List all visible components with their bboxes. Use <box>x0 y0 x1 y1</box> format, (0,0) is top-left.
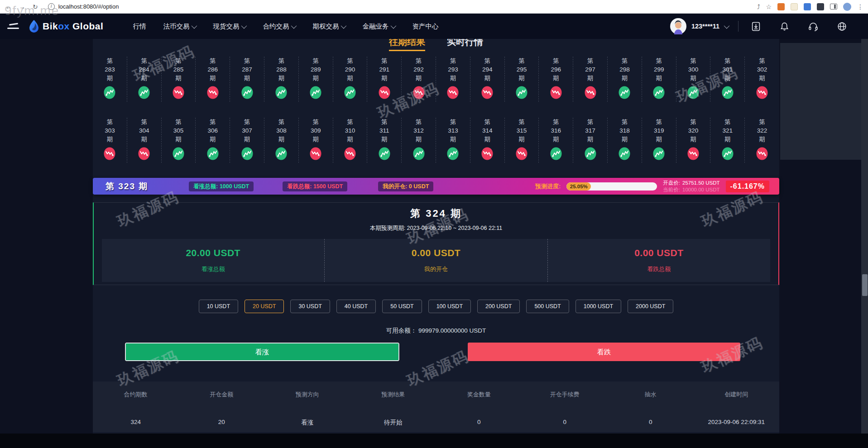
avatar[interactable] <box>670 18 687 35</box>
menu-item-2[interactable]: 法币交易 <box>154 22 204 31</box>
extension-light-icon[interactable] <box>791 3 798 10</box>
amount-chip-50[interactable]: 50 USDT <box>382 300 422 313</box>
brand-logo[interactable]: Bikox Global <box>28 19 103 33</box>
amount-chip-200[interactable]: 200 USDT <box>477 300 520 313</box>
history-period-cell[interactable]: 第298期 <box>608 57 642 102</box>
site-info-icon[interactable]: i <box>48 3 55 10</box>
tab-2[interactable]: 实时行情 <box>447 39 483 51</box>
history-period-cell[interactable]: 第297期 <box>573 57 608 102</box>
history-period-cell[interactable]: 第292期 <box>402 57 436 102</box>
period-text-line: 期 <box>230 135 264 143</box>
amount-chip-500[interactable]: 500 USDT <box>526 300 569 313</box>
menu-item-3[interactable]: 现货交易 <box>204 22 254 31</box>
amount-chip-1000[interactable]: 1000 USDT <box>575 300 621 313</box>
history-period-cell[interactable]: 第301期 <box>710 57 745 102</box>
history-period-cell[interactable]: 第291期 <box>367 57 402 102</box>
browser-profile-icon[interactable] <box>843 3 851 11</box>
history-period-cell[interactable]: 第299期 <box>642 57 676 102</box>
history-period-cell[interactable]: 第311期 <box>367 118 402 163</box>
amount-chip-100[interactable]: 100 USDT <box>428 300 471 313</box>
history-period-cell[interactable]: 第304期 <box>127 118 162 163</box>
history-period-cell[interactable]: 第315期 <box>505 118 539 163</box>
history-period-cell[interactable]: 第317期 <box>573 118 608 163</box>
refresh-icon[interactable]: ↻ <box>33 3 38 10</box>
amount-chip-40[interactable]: 40 USDT <box>336 300 376 313</box>
history-period-cell[interactable]: 第294期 <box>470 57 505 102</box>
history-period-cell[interactable]: 第289期 <box>299 57 333 102</box>
history-period-cell[interactable]: 第316期 <box>539 118 573 163</box>
orders-cell: 0 <box>436 419 522 427</box>
menu-item-5[interactable]: 期权交易 <box>304 22 354 31</box>
username[interactable]: 123****11 <box>691 23 719 30</box>
history-period-cell[interactable]: 第310期 <box>333 118 368 163</box>
period-text-line: 321 <box>710 126 744 135</box>
history-period-cell[interactable]: 第312期 <box>402 118 436 163</box>
chevron-down-icon[interactable] <box>724 23 730 29</box>
tab-1[interactable]: 往期结果 <box>389 39 425 51</box>
period-text-line: 318 <box>608 126 642 135</box>
star-icon[interactable]: ☆ <box>766 3 772 10</box>
history-period-cell[interactable]: 第308期 <box>264 118 299 163</box>
split-view-icon[interactable] <box>830 4 837 10</box>
history-period-cell[interactable]: 第300期 <box>676 57 711 102</box>
history-period-cell[interactable]: 第319期 <box>642 118 676 163</box>
history-period-cell[interactable]: 第285期 <box>162 57 196 102</box>
menu-dots-icon[interactable]: ⋮ <box>857 3 863 10</box>
menu-item-4[interactable]: 合约交易 <box>254 22 304 31</box>
scrollbar-thumb[interactable] <box>862 274 868 296</box>
history-period-cell[interactable]: 第318期 <box>608 118 642 163</box>
history-period-cell[interactable]: 第309期 <box>299 118 333 163</box>
history-period-cell[interactable]: 第295期 <box>505 57 539 102</box>
amount-chip-30[interactable]: 30 USDT <box>290 300 330 313</box>
history-period-cell[interactable]: 第290期 <box>333 57 368 102</box>
forward-icon[interactable]: → <box>19 3 25 10</box>
bell-icon[interactable] <box>780 22 789 31</box>
trend-down-icon <box>104 147 115 162</box>
menu-item-1[interactable]: 行情 <box>124 22 154 31</box>
amount-chip-2000[interactable]: 2000 USDT <box>628 300 673 313</box>
history-period-cell[interactable]: 第307期 <box>230 118 264 163</box>
history-period-cell[interactable]: 第288期 <box>264 57 299 102</box>
history-period-cell[interactable]: 第287期 <box>230 57 264 102</box>
history-period-cell[interactable]: 第306期 <box>196 118 230 163</box>
menu-item-7[interactable]: 资产中心 <box>403 22 447 31</box>
trend-up-icon <box>241 147 253 162</box>
scrollbar-track[interactable] <box>861 14 868 448</box>
share-icon[interactable]: ⤴ <box>757 3 760 10</box>
history-period-cell[interactable]: 第314期 <box>470 118 505 163</box>
bet-down-button[interactable]: 看跌 <box>468 343 740 361</box>
history-period-cell[interactable]: 第313期 <box>436 118 470 163</box>
bet-up-button[interactable]: 看涨 <box>125 343 399 361</box>
stat-label: 看涨总额 <box>201 265 225 273</box>
amount-chip-10[interactable]: 10 USDT <box>199 300 238 313</box>
extension-dark-icon[interactable] <box>817 3 824 10</box>
menu-item-6[interactable]: 金融业务 <box>354 22 403 31</box>
extension-blue-icon[interactable] <box>804 3 811 10</box>
period-text-line: 期 <box>230 74 264 82</box>
trend-down-icon <box>344 147 356 162</box>
history-period-cell[interactable]: 第303期 <box>93 118 127 163</box>
history-period-cell[interactable]: 第305期 <box>162 118 196 163</box>
download-icon[interactable] <box>751 22 761 31</box>
history-period-cell[interactable]: 第296期 <box>539 57 573 102</box>
back-icon[interactable]: ← <box>5 3 12 10</box>
history-period-cell[interactable]: 第322期 <box>745 118 779 163</box>
trend-up-icon <box>653 86 665 101</box>
extension-orange-icon[interactable] <box>777 3 785 10</box>
history-period-cell[interactable]: 第321期 <box>710 118 745 163</box>
headset-icon[interactable] <box>808 22 818 31</box>
history-period-cell[interactable]: 第286期 <box>196 57 230 102</box>
period-text-line: 322 <box>745 126 779 135</box>
hamburger-menu-icon[interactable] <box>7 22 19 30</box>
history-period-cell[interactable]: 第293期 <box>436 57 470 102</box>
history-period-cell[interactable]: 第302期 <box>745 57 779 102</box>
amount-chip-20[interactable]: 20 USDT <box>245 300 284 313</box>
globe-icon[interactable] <box>837 22 847 31</box>
history-period-cell[interactable]: 第283期 <box>93 57 127 102</box>
period-text-line: 第 <box>710 57 744 65</box>
url-text[interactable]: localhost:8080/#/option <box>58 3 119 10</box>
period-text-line: 期 <box>402 74 436 82</box>
history-period-cell[interactable]: 第320期 <box>676 118 711 163</box>
history-period-cell[interactable]: 第284期 <box>127 57 162 102</box>
flame-icon <box>28 19 40 33</box>
